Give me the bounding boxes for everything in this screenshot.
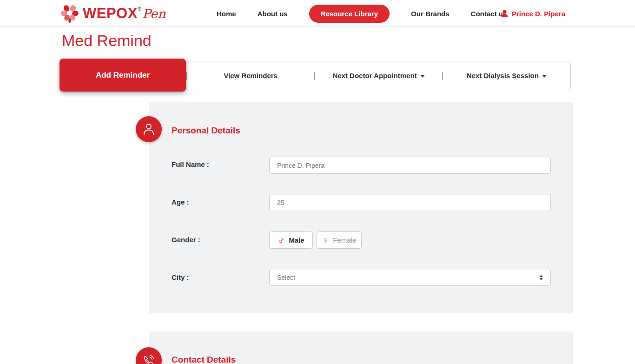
reminder-tabbar: | View Reminders | Next Doctor Appointme…: [186, 61, 571, 90]
nav-item-about-us[interactable]: About us: [258, 10, 288, 18]
male-icon: ♂: [278, 235, 285, 245]
tab-next-doctor-appointment-label: Next Doctor Appointment: [332, 72, 417, 79]
full-name-label: Full Name :: [172, 160, 209, 168]
age-input[interactable]: [269, 194, 551, 211]
user-account-menu[interactable]: Prince D. Pipera: [501, 0, 565, 27]
main-nav: Home About us Resource Library Our Brand…: [217, 0, 507, 27]
tab-next-doctor-appointment[interactable]: Next Doctor Appointment: [315, 61, 442, 90]
user-icon: [501, 10, 508, 18]
full-name-input[interactable]: [269, 157, 551, 174]
nav-item-home[interactable]: Home: [217, 10, 236, 18]
logo-sub-text: Pen: [142, 7, 165, 21]
nav-item-our-brands[interactable]: Our Brands: [411, 10, 450, 18]
gender-label: Gender :: [172, 236, 200, 244]
select-arrows-icon: [539, 275, 543, 280]
city-select[interactable]: Select: [269, 269, 551, 286]
caret-down-icon: [542, 75, 547, 78]
add-reminder-button[interactable]: Add Reminder: [60, 59, 186, 92]
brand-logo[interactable]: WEPOX®Pen: [60, 4, 165, 23]
med-remind-page: WEPOX®Pen Home About us Resource Library…: [0, 0, 635, 364]
gender-female-button[interactable]: ♀ Female: [317, 232, 362, 249]
tab-next-dialysis-session-label: Next Dialysis Session: [467, 72, 539, 79]
city-label: City :: [172, 273, 189, 281]
female-icon: ♀: [322, 235, 330, 245]
city-select-value: Select: [277, 274, 295, 281]
phone-icon: [143, 354, 155, 364]
nav-item-resource-library[interactable]: Resource Library: [309, 5, 390, 23]
caret-down-icon: [420, 75, 425, 78]
logo-registered-mark: ®: [138, 6, 141, 12]
tab-view-reminders-label: View Reminders: [224, 72, 278, 79]
flower-icon: [60, 4, 79, 23]
personal-details-title: Personal Details: [172, 126, 240, 136]
age-label: Age :: [172, 198, 189, 206]
tab-view-reminders[interactable]: View Reminders: [187, 61, 314, 90]
tab-next-dialysis-session[interactable]: Next Dialysis Session: [443, 61, 570, 90]
gender-male-label: Male: [289, 236, 304, 244]
logo-brand-text: WEPOX: [83, 5, 138, 22]
gender-female-label: Female: [333, 236, 356, 244]
user-name-label: Prince D. Pipera: [512, 10, 565, 18]
person-icon: [143, 123, 155, 136]
top-navbar: WEPOX®Pen Home About us Resource Library…: [0, 0, 635, 27]
page-title: Med Remind: [62, 32, 152, 50]
contact-details-title: Contact Details: [172, 355, 236, 364]
personal-details-badge: [136, 116, 162, 142]
gender-male-button[interactable]: ♂ Male: [269, 232, 313, 249]
